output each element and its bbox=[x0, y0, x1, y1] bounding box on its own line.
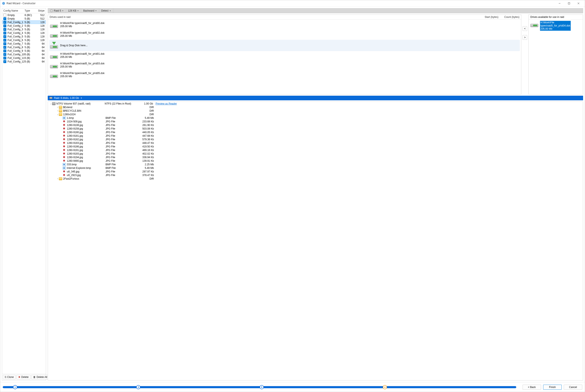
back-button[interactable]: < Back bbox=[523, 385, 541, 390]
config-checkbox[interactable] bbox=[3, 60, 6, 63]
app-icon bbox=[2, 2, 5, 5]
config-checkbox[interactable] bbox=[3, 56, 6, 60]
cancel-button[interactable]: Cancel bbox=[564, 385, 582, 390]
step-4-marker[interactable]: 4 bbox=[383, 385, 387, 389]
delete-all-button[interactable]: 🗑Delete All bbox=[31, 375, 49, 380]
available-drive-item[interactable]: H:\Work\Filetypes\raid5_for_pr\d04.dsk20… bbox=[530, 20, 582, 31]
direction-dropdown[interactable]: Backward▼ bbox=[81, 8, 99, 13]
config-checkbox[interactable] bbox=[3, 32, 6, 34]
file-type: JPG File bbox=[105, 127, 137, 130]
config-name: Full_Config_8 bbox=[7, 46, 24, 49]
file-tree-row[interactable]: › $Extend DIR bbox=[48, 105, 583, 109]
config-row[interactable]: Full_Config_1 5 (B) 128 bbox=[2, 20, 46, 24]
start-bytes-header[interactable]: Start (bytes) bbox=[479, 16, 498, 18]
config-checkbox[interactable] bbox=[3, 42, 6, 45]
expander-icon[interactable]: ⌄ bbox=[50, 102, 52, 105]
drive-path: H:\Work\File types\raid5_for_pr\d02.dsk bbox=[60, 31, 104, 34]
raid-summary-bar[interactable]: Raid: 6 disks, 1.00 Gb ▼ bbox=[48, 96, 583, 100]
minimize-button[interactable] bbox=[555, 0, 564, 6]
file-tree-row[interactable]: 333.bmp BMP File 2.25 Mb bbox=[48, 162, 583, 166]
clone-button[interactable]: ⎘Clone bbox=[3, 375, 15, 380]
raid-type-dropdown[interactable]: Raid 5▼ bbox=[48, 8, 66, 13]
file-tree-row[interactable]: 1280-9181.jpg JPG File 447.68 Kb bbox=[48, 134, 583, 138]
drive-item[interactable]: H:\Work\File types\raid5_for_pr\d03.dsk2… bbox=[49, 61, 520, 70]
file-tree-row[interactable]: 1280-9182.jpg JPG File 579.36 Kb bbox=[48, 138, 583, 141]
stripe-dropdown[interactable]: 128 KB▼ bbox=[66, 8, 81, 13]
drive-item[interactable]: H:\Work\File types\raid5_for_pr\d00.dsk2… bbox=[49, 20, 520, 30]
file-tree-row[interactable]: › 2Fast2Furious DIR bbox=[48, 177, 583, 180]
drive-item[interactable]: H:\Work\File types\raid5_for_pr\d05.dsk2… bbox=[49, 70, 520, 80]
file-type: JPG File bbox=[105, 142, 137, 144]
drive-item[interactable]: H:\Work\File types\raid5_for_pr\d01.dsk2… bbox=[49, 51, 520, 61]
config-row[interactable]: Full_Config_8 5 (B) 64 bbox=[2, 46, 46, 49]
expander-icon[interactable]: › bbox=[56, 106, 59, 108]
file-tree-row[interactable]: › $RECYCLE.BIN DIR bbox=[48, 109, 583, 112]
config-checkbox[interactable] bbox=[3, 21, 6, 24]
drives-available-list[interactable]: H:\Work\Filetypes\raid5_for_pr\d04.dsk20… bbox=[529, 20, 583, 94]
config-checkbox[interactable] bbox=[3, 14, 6, 16]
config-checkbox[interactable] bbox=[3, 46, 6, 49]
file-tree-row[interactable]: 1280-9193.jpg JPG File 402.02 Kb bbox=[48, 152, 583, 156]
preview-link[interactable]: Preview as Reader bbox=[155, 102, 177, 105]
file-tree-row[interactable]: 1280-9194.jpg JPG File 336.94 Kb bbox=[48, 156, 583, 159]
file-tree-row[interactable]: 1280-9183.jpg JPG File 448.47 Kb bbox=[48, 141, 583, 145]
file-tree-row[interactable]: u8_345.jpg JPG File 297.97 Kb bbox=[48, 170, 583, 173]
finish-button[interactable]: Finish bbox=[543, 385, 562, 390]
count-bytes-header[interactable]: Count (bytes) bbox=[498, 16, 520, 18]
detect-dropdown[interactable]: Detect▼ bbox=[99, 8, 113, 13]
config-checkbox[interactable] bbox=[3, 39, 6, 42]
config-header-stripe[interactable]: Stripe bbox=[35, 9, 44, 12]
config-row[interactable]: Empty 5 (B) 512 bbox=[2, 17, 46, 20]
file-name: 333.bmp bbox=[67, 163, 105, 166]
config-checkbox[interactable] bbox=[3, 28, 6, 31]
available-drive-text: H:\Work\Filetypes\raid5_for_pr\d04.dsk20… bbox=[540, 21, 571, 31]
config-row[interactable]: Full_Config_4 5 (B) 128 bbox=[2, 31, 46, 35]
file-tree-row[interactable]: 1280-9191.jpg JPG File 489.16 Kb bbox=[48, 148, 583, 152]
drop-zone[interactable]: Drag & Drop Disk here... bbox=[49, 40, 520, 51]
step-3-marker[interactable]: 3 bbox=[260, 385, 264, 389]
config-checkbox[interactable] bbox=[3, 53, 6, 56]
file-tree-row[interactable]: u9_2923.jpg JPG File 378.47 Kb bbox=[48, 173, 583, 177]
expander-icon[interactable]: › bbox=[56, 110, 59, 112]
config-checkbox[interactable] bbox=[3, 50, 6, 52]
config-row[interactable]: Full_Config_2 5 (B) 128 bbox=[2, 24, 46, 28]
file-tree-row[interactable]: 1280-9108.jpg JPG File 261.90 Kb bbox=[48, 123, 583, 127]
step-2-marker[interactable]: 2 bbox=[136, 385, 140, 389]
file-tree-row[interactable]: 1280-9180.jpg JPG File 440.05 Kb bbox=[48, 130, 583, 134]
file-tree-row[interactable]: 1280-9186.jpg JPG File 419.50 Kb bbox=[48, 145, 583, 148]
config-row[interactable]: Full_Config_5 5 (B) 128 bbox=[2, 35, 46, 38]
drive-item[interactable]: H:\Work\File types\raid5_for_pr\d02.dsk2… bbox=[49, 30, 520, 40]
config-row[interactable]: Full_Config_3 5 (B) 128 bbox=[2, 28, 46, 31]
maximize-button[interactable] bbox=[564, 0, 574, 6]
step-1-marker[interactable]: 1 bbox=[13, 385, 17, 389]
expander-icon[interactable]: ⌄ bbox=[56, 113, 59, 116]
config-row[interactable]: Full_Config_6 5 (B) 128 bbox=[2, 38, 46, 42]
expander-icon[interactable]: › bbox=[56, 178, 59, 180]
file-tree-row[interactable]: 1.bmp BMP File 5.49 Mb bbox=[48, 116, 583, 120]
file-tree-row[interactable]: 1280-9159.jpg JPG File 503.08 Kb bbox=[48, 127, 583, 130]
config-row[interactable]: Full_Config_9 5 (B) 64 bbox=[2, 49, 46, 52]
drives-used-list[interactable]: H:\Work\File types\raid5_for_pr\d00.dsk2… bbox=[48, 20, 521, 94]
move-right-button[interactable]: > bbox=[523, 35, 527, 40]
config-row[interactable]: Full_Config_7 5 (B) 64 bbox=[2, 42, 46, 46]
file-tree-row[interactable]: 1024-509.jpg JPG File 233.68 Kb bbox=[48, 120, 583, 123]
config-row[interactable]: Full_Config_11 5 (B) 64 bbox=[2, 56, 46, 60]
config-checkbox[interactable] bbox=[3, 24, 6, 27]
move-left-button[interactable]: < bbox=[523, 26, 527, 31]
config-row[interactable]: Full_Config_10 5 (B) 64 bbox=[2, 52, 46, 56]
config-stripe: 64 bbox=[35, 42, 44, 45]
config-row[interactable]: Full_Config_12 5 (B) 64 bbox=[2, 60, 46, 63]
volume-root-row[interactable]: ⌄ NTFS Volume 937 (raid5, raid) NTFS (22… bbox=[48, 102, 583, 105]
config-header-name[interactable]: Config Name bbox=[3, 9, 24, 12]
config-checkbox[interactable] bbox=[3, 35, 6, 38]
config-row[interactable]: Empty 6 (BC) 512 bbox=[2, 13, 46, 17]
delete-button[interactable]: ✖Delete bbox=[16, 375, 30, 380]
file-tree[interactable]: ⌄ NTFS Volume 937 (raid5, raid) NTFS (22… bbox=[48, 102, 583, 380]
download-arrow-icon bbox=[50, 42, 58, 48]
config-checkbox[interactable] bbox=[3, 17, 6, 20]
file-tree-row[interactable]: ⌄ 1280x1024 DIR bbox=[48, 112, 583, 116]
file-tree-row[interactable]: Internet Explorer.bmp BMP File 5.49 Mb bbox=[48, 166, 583, 170]
config-header-type[interactable]: Type bbox=[24, 9, 35, 12]
close-button[interactable] bbox=[574, 0, 583, 6]
file-tree-row[interactable]: 1280-9480.jpg JPG File 139.91 Kb bbox=[48, 159, 583, 162]
